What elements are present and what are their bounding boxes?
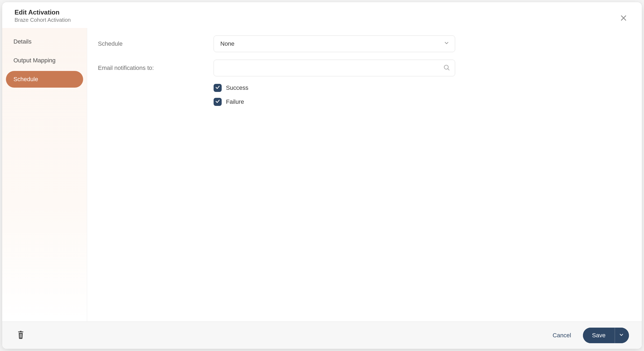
sidebar-item-label: Schedule	[13, 76, 38, 83]
notification-checkbox-group: Success Failure	[214, 84, 626, 106]
failure-checkbox-label: Failure	[226, 98, 244, 105]
save-button-group: Save	[583, 328, 629, 343]
modal-body: Details Output Mapping Schedule Schedule…	[2, 28, 642, 321]
sidebar-item-schedule[interactable]: Schedule	[6, 71, 83, 88]
modal-header: Edit Activation Braze Cohort Activation	[2, 2, 642, 28]
schedule-row: Schedule None	[98, 35, 626, 52]
delete-button[interactable]	[15, 329, 26, 342]
sidebar-item-output-mapping[interactable]: Output Mapping	[6, 52, 83, 69]
success-checkbox-label: Success	[226, 84, 248, 91]
svg-rect-6	[20, 334, 20, 338]
svg-line-3	[448, 69, 449, 70]
modal-footer: Cancel Save	[2, 321, 642, 349]
schedule-select-value: None	[220, 40, 235, 47]
sidebar-item-label: Output Mapping	[13, 57, 56, 64]
svg-rect-5	[20, 331, 22, 332]
save-dropdown-button[interactable]	[615, 328, 629, 343]
search-icon	[443, 64, 450, 72]
check-icon	[215, 85, 220, 91]
email-label: Email notifications to:	[98, 65, 214, 71]
close-icon	[620, 14, 627, 23]
schedule-control-wrap: None	[214, 35, 455, 52]
modal-subtitle: Braze Cohort Activation	[15, 17, 629, 23]
chevron-down-icon	[619, 332, 624, 338]
email-row: Email notifications to:	[98, 60, 626, 76]
schedule-label: Schedule	[98, 40, 214, 47]
email-input-wrap	[214, 60, 455, 76]
chevron-down-icon	[444, 40, 450, 48]
sidebar-item-label: Details	[13, 38, 31, 45]
cancel-button[interactable]: Cancel	[545, 329, 578, 342]
success-checkbox	[214, 84, 222, 92]
email-notifications-input[interactable]	[214, 60, 455, 76]
trash-icon	[17, 331, 24, 340]
failure-checkbox-row[interactable]: Failure	[214, 98, 626, 106]
failure-checkbox	[214, 98, 222, 106]
success-checkbox-row[interactable]: Success	[214, 84, 626, 92]
close-button[interactable]	[618, 13, 629, 24]
svg-rect-7	[21, 334, 22, 338]
sidebar-item-details[interactable]: Details	[6, 33, 83, 50]
modal-title: Edit Activation	[15, 8, 629, 16]
email-control-wrap	[214, 60, 455, 76]
schedule-select[interactable]: None	[214, 35, 455, 52]
check-icon	[215, 99, 220, 105]
sidebar: Details Output Mapping Schedule	[2, 28, 87, 321]
main-content: Schedule None Email notifications to:	[87, 28, 642, 321]
save-button[interactable]: Save	[583, 328, 615, 343]
edit-activation-modal: Edit Activation Braze Cohort Activation …	[2, 2, 642, 349]
